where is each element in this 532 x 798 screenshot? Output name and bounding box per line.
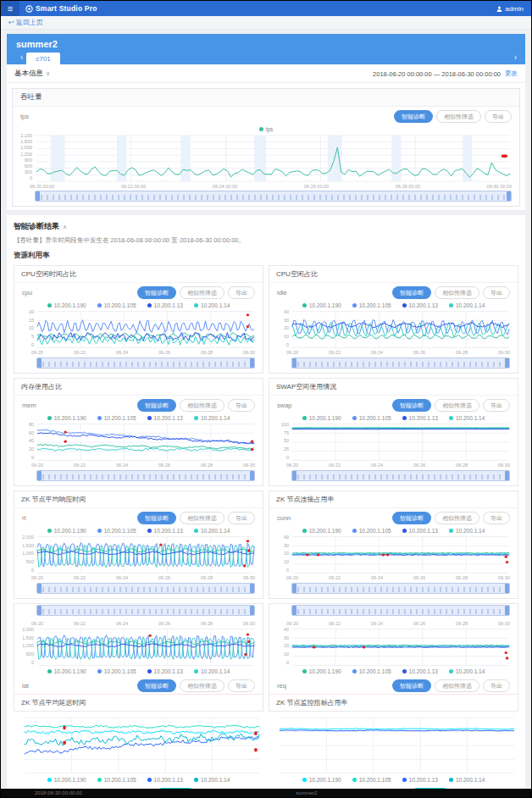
datazoom-slider[interactable] [36, 605, 255, 616]
slider-left-handle[interactable] [292, 584, 296, 593]
slider-right-handle[interactable] [505, 606, 509, 615]
similarity-filter-button[interactable]: 相似性筛选 [435, 286, 479, 299]
slider-right-handle[interactable] [250, 358, 254, 368]
datazoom-slider[interactable] [291, 357, 510, 369]
datazoom-slider[interactable] [36, 583, 255, 594]
chart-legend[interactable]: 10.200.1.19010.200.1.10510.200.1.1310.20… [269, 301, 518, 310]
chart-canvas[interactable] [36, 628, 255, 667]
legend-item[interactable]: 10.200.1.13 [402, 668, 438, 674]
legend-item[interactable]: 10.200.1.190 [47, 528, 86, 534]
line-chart[interactable] [36, 535, 255, 574]
slider-right-handle[interactable] [250, 471, 254, 480]
legend-item[interactable]: 10.200.1.105 [352, 668, 391, 674]
legend-item[interactable]: 10.200.1.14 [449, 415, 485, 421]
chart-legend[interactable]: 10.200.1.19010.200.1.10510.200.1.1310.20… [14, 301, 263, 310]
user-menu[interactable]: admin [496, 5, 524, 13]
datazoom-slider[interactable] [291, 470, 510, 481]
line-chart[interactable] [291, 628, 510, 667]
collapse-icon[interactable]: ∧ [63, 224, 67, 230]
legend-item[interactable]: 10.200.1.190 [302, 668, 341, 674]
change-range-link[interactable]: 更改 [505, 69, 518, 78]
line-chart[interactable] [291, 310, 510, 349]
chart-legend[interactable]: 10.200.1.19010.200.1.10510.200.1.1310.20… [14, 775, 263, 784]
slider-left-handle[interactable] [292, 606, 296, 615]
slider-left-handle[interactable] [292, 471, 296, 480]
legend-item[interactable]: 10.200.1.13 [402, 302, 438, 308]
line-chart[interactable] [36, 310, 255, 349]
chart-canvas[interactable] [291, 423, 510, 462]
legend-item[interactable]: 10.200.1.13 [402, 415, 438, 421]
similarity-filter-button[interactable]: 相似性筛选 [435, 512, 479, 524]
similarity-filter-button[interactable]: 相似性筛选 [180, 399, 224, 412]
legend-item[interactable]: 10.200.1.190 [47, 302, 86, 308]
chart-canvas[interactable] [24, 716, 260, 775]
datazoom-slider[interactable] [36, 470, 255, 481]
legend-item[interactable]: 10.200.1.14 [194, 302, 230, 308]
legend-item[interactable]: 10.200.1.13 [147, 668, 183, 674]
datazoom-slider[interactable] [291, 605, 510, 616]
back-link[interactable]: ↩ 返回上页 [8, 18, 43, 27]
legend-item[interactable]: 10.200.1.190 [47, 777, 86, 783]
legend-item[interactable]: 10.200.1.190 [302, 528, 341, 534]
legend-item[interactable]: 10.200.1.190 [47, 668, 86, 674]
export-button[interactable]: 导出 [483, 679, 510, 692]
chart-canvas[interactable] [291, 310, 510, 349]
smart-diagnose-button[interactable]: 智能诊断 [137, 399, 176, 412]
chart-legend[interactable]: 10.200.1.19010.200.1.10510.200.1.1310.20… [14, 526, 263, 535]
legend-item[interactable]: 10.200.1.105 [97, 528, 136, 534]
legend-item[interactable]: 10.200.1.190 [47, 415, 86, 421]
chart-legend[interactable]: tps [13, 125, 519, 134]
smart-diagnose-button[interactable]: 智能诊断 [394, 110, 433, 123]
datazoom-slider[interactable] [35, 191, 512, 202]
hamburger-menu-icon[interactable]: ≡ [1, 1, 19, 16]
chart-legend[interactable]: 10.200.1.19010.200.1.10510.200.1.1310.20… [269, 775, 518, 784]
chart-canvas[interactable] [291, 535, 510, 574]
chart-canvas[interactable] [35, 134, 512, 183]
slider-right-handle[interactable] [507, 191, 511, 201]
export-button[interactable]: 导出 [228, 286, 255, 299]
smart-diagnose-button[interactable]: 智能诊断 [137, 512, 176, 524]
similarity-filter-button[interactable]: 相似性筛选 [435, 399, 479, 412]
tab-next-icon[interactable]: › [514, 53, 517, 62]
legend-item[interactable]: 10.200.1.105 [97, 777, 136, 783]
smart-diagnose-button[interactable]: 智能诊断 [137, 679, 176, 692]
basic-info-label[interactable]: 基本信息 [14, 69, 43, 79]
slider-left-handle[interactable] [36, 191, 40, 201]
slider-right-handle[interactable] [250, 606, 254, 615]
smart-diagnose-button[interactable]: 智能诊断 [392, 679, 431, 692]
similarity-filter-button[interactable]: 相似性筛选 [180, 679, 224, 692]
chart-legend[interactable]: 10.200.1.19010.200.1.10510.200.1.1310.20… [14, 413, 263, 423]
similarity-filter-button[interactable]: 相似性筛选 [435, 679, 479, 692]
line-chart[interactable] [36, 628, 255, 667]
legend-item[interactable]: 10.200.1.190 [302, 415, 341, 421]
export-button[interactable]: 导出 [483, 512, 510, 524]
export-button[interactable]: 导出 [228, 679, 255, 692]
chart-canvas[interactable] [291, 628, 510, 667]
legend-item[interactable]: 10.200.1.190 [302, 302, 341, 308]
legend-item[interactable]: 10.200.1.13 [147, 777, 183, 783]
legend-item[interactable]: 10.200.1.14 [449, 302, 485, 308]
tab-node[interactable]: c701 [26, 53, 59, 64]
smart-diagnose-button[interactable]: 智能诊断 [392, 512, 431, 524]
legend-item[interactable]: 10.200.1.14 [194, 528, 230, 534]
slider-left-handle[interactable] [292, 358, 296, 368]
chart-legend[interactable]: 10.200.1.19010.200.1.10510.200.1.1310.20… [269, 526, 518, 535]
chart-legend[interactable]: 10.200.1.19010.200.1.10510.200.1.1310.20… [269, 413, 518, 423]
slider-left-handle[interactable] [37, 358, 42, 368]
legend-item[interactable]: 10.200.1.105 [352, 302, 391, 308]
legend-item[interactable]: 10.200.1.14 [449, 668, 485, 674]
export-button[interactable]: 导出 [485, 110, 512, 123]
chart-canvas[interactable] [36, 423, 255, 462]
chart-canvas[interactable] [36, 310, 255, 349]
throughput-line-chart[interactable] [35, 134, 512, 183]
line-chart[interactable] [291, 535, 510, 574]
legend-item[interactable]: 10.200.1.190 [302, 777, 341, 783]
chart-legend[interactable]: 10.200.1.19010.200.1.10510.200.1.1310.20… [14, 667, 263, 676]
chart-legend[interactable]: 10.200.1.19010.200.1.10510.200.1.1310.20… [269, 667, 518, 676]
slider-right-handle[interactable] [505, 471, 509, 480]
legend-item[interactable]: 10.200.1.14 [449, 528, 485, 534]
smart-diagnose-button[interactable]: 智能诊断 [392, 286, 431, 299]
legend-item[interactable]: 10.200.1.105 [97, 415, 136, 421]
legend-item[interactable]: 10.200.1.14 [194, 415, 230, 421]
slider-right-handle[interactable] [505, 358, 509, 368]
